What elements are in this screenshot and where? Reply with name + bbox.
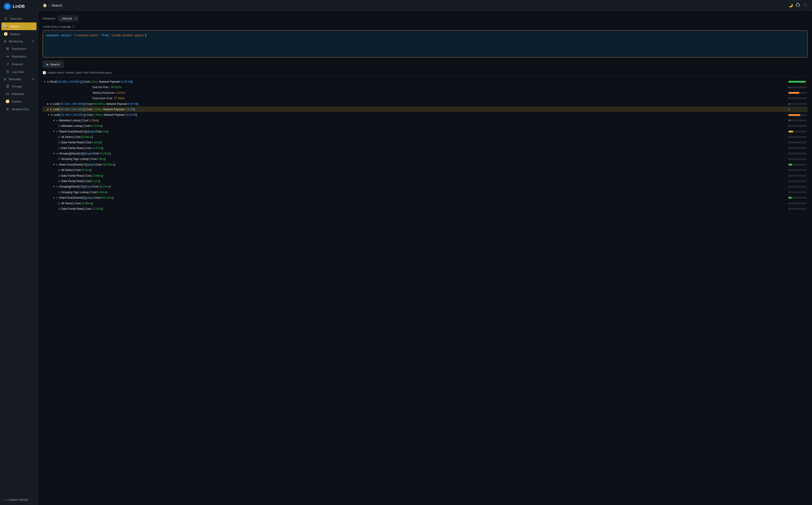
shard17-toggle[interactable]: ▼ xyxy=(52,163,55,167)
allseries1-icon: ⊙ xyxy=(58,135,60,139)
root-ip: 192.168.1.218:9001 xyxy=(57,79,81,84)
expr-bar xyxy=(787,98,807,99)
help-icon[interactable]: ? xyxy=(803,3,807,8)
sidebar-item-overview[interactable]: ⊡ Overview xyxy=(0,15,38,22)
datafamily4-icon: ⊙ xyxy=(58,179,60,183)
sidebar: 🌐 LinDB ⊡ Overview 🔍 Search 🧭 Explore 🖥 … xyxy=(0,0,38,505)
home-icon[interactable]: 🏠 xyxy=(42,3,47,7)
content-area: Database _internal default metrics LinDB… xyxy=(38,11,812,505)
sidebar-item-explore[interactable]: 🧭 Explore xyxy=(0,30,38,38)
query-lang-label: LinDB Query Language xyxy=(42,25,71,28)
query-string1: 'created_tasks' xyxy=(73,34,100,37)
sidebar-item-explore-label: Explore xyxy=(10,32,20,36)
sidebar-item-replication[interactable]: ⇔ Replication xyxy=(2,52,38,60)
sidebar-nav: ⊡ Overview 🔍 Search 🧭 Explore 🖥 Monitori… xyxy=(0,13,38,494)
expr-key: Expression Eval: xyxy=(93,96,113,101)
topbar-title: Search xyxy=(52,3,63,7)
dark-mode-icon[interactable]: 🌙 xyxy=(788,3,793,7)
tree-row-leaf1[interactable]: ▶ ⊞ Leaf[192.168.1.108:2891]: [ Cost: 66… xyxy=(42,101,807,107)
sidebar-item-storage[interactable]: 🗄 Storage xyxy=(2,82,38,90)
query-string2: 'lindb.broker.query' xyxy=(110,34,145,37)
topbar-left: 🏠 / Search xyxy=(42,3,62,7)
shard2-icon: ⇔ xyxy=(56,195,58,200)
tree-row-groupingtags-2: ⊙ Grouping Tags Lookup: [ Cost: 6.69mu ] xyxy=(42,190,807,195)
database-selector-row: Database _internal default metrics xyxy=(42,15,807,21)
tree-row-shard-17[interactable]: ▼ ⇔ Shard Scan[Shard(17)]: [ Async Cost:… xyxy=(42,162,807,167)
datafamily5-icon: ⊙ xyxy=(58,206,60,211)
tree-row-datafamily-1: ⊙ Data Family Read: [ Cost: 5.81mu ] xyxy=(42,140,807,145)
tree-row-grouping-17[interactable]: ▼ ⇔ Grouping[Shard(17)]: [ Async Cost: 2… xyxy=(42,184,807,189)
tree-row-shard-12[interactable]: ▼ ⇔ Shard Scan[Shard(12)]: [ Async Cost:… xyxy=(42,129,807,134)
tree-row-datafamily-2: ⊙ Data Family Read: [ Cost: 10.27mu ] xyxy=(42,145,807,151)
sidebar-item-explore-meta-label: Explore xyxy=(12,100,22,103)
sidebar-item-replication-label: Replication xyxy=(12,55,26,58)
app-name: LinDB xyxy=(13,4,25,9)
grouping12-icon: ⇔ xyxy=(56,151,58,156)
query-editor[interactable]: explain select 'created_tasks' from 'lin… xyxy=(42,30,807,57)
sidebar-item-request[interactable]: ↗ Request xyxy=(2,60,38,68)
sidebar-monitoring-label: Monitoring xyxy=(9,40,23,43)
metadata-toggle[interactable]: ▼ xyxy=(52,119,55,123)
shard2-toggle[interactable]: ▼ xyxy=(52,196,55,200)
logview-icon: ☰ xyxy=(5,70,9,74)
query-lang-row: LinDB Query Language ⓘ xyxy=(42,25,807,28)
search-button-label: Search xyxy=(50,63,60,66)
datafamily1-icon: ⊙ xyxy=(58,140,60,145)
topbar: 🏠 / Search 🌙 ? xyxy=(38,0,812,11)
leaf3-toggle[interactable]: ▼ xyxy=(47,113,50,117)
shard12-icon: ⇔ xyxy=(56,129,58,134)
database-select-wrapper: _internal default metrics xyxy=(58,15,79,21)
grouping12-toggle[interactable]: ▼ xyxy=(52,152,55,156)
tree-row-grouping-12[interactable]: ▼ ⇔ Grouping[Shard(12)]: [ Async Cost: 1… xyxy=(42,151,807,156)
root-toggle[interactable]: ▼ xyxy=(43,80,46,84)
query-lang-help-icon[interactable]: ⓘ xyxy=(72,25,75,28)
database-select[interactable]: _internal default metrics xyxy=(58,15,79,21)
chart-icon: 📈 xyxy=(42,71,46,74)
sidebar-item-dashboard[interactable]: ⊞ Dashboard xyxy=(2,45,38,52)
tree-row-root[interactable]: ▼ ⊞ Root[192.168.1.218:9001]: [ Cost: 3.… xyxy=(42,79,807,85)
sidebar-item-dashboard-label: Dashboard xyxy=(12,47,26,50)
collapse-sidebar-button[interactable]: ◁ Collapse Sidebar xyxy=(4,497,34,502)
metadata-submenu: 🗄 Storage 🗃 Database 🧭 Explore ⊛ Multipl… xyxy=(0,82,38,113)
search-button[interactable]: ▶ Search xyxy=(42,61,64,68)
execute-plan-val: 50.92mu xyxy=(111,85,121,90)
execute-plan-bar xyxy=(787,87,807,88)
shard12-toggle[interactable]: ▼ xyxy=(52,129,55,134)
logo-area: 🌐 LinDB xyxy=(0,0,38,13)
sidebar-item-multiple-idcs-label: Multiple IDCs xyxy=(12,108,29,111)
logo-icon: 🌐 xyxy=(4,3,11,10)
leaf1-icon: ⊞ xyxy=(50,102,52,106)
sidebar-item-search-label: Search xyxy=(10,25,19,28)
sidebar-item-search[interactable]: 🔍 Search xyxy=(1,22,36,30)
tree-row-metadata-lookup[interactable]: ▼ ⇔ Metadata Lookup: [ Cost: 1.23ms ] xyxy=(42,118,807,123)
tree-row-allseries-3: ⊙ All Series: [ Cost: 15.09mu ] xyxy=(42,201,807,206)
dashboard-icon: ⊞ xyxy=(5,47,9,51)
sidebar-item-database[interactable]: 🗃 Database xyxy=(2,90,38,98)
query-from: from xyxy=(101,34,110,37)
sidebar-item-logview-label: Log View xyxy=(12,70,24,73)
waiting-val: 3.07ms xyxy=(116,91,125,95)
execute-plan-key: Execute Plan : xyxy=(93,85,110,90)
metadata-icon-tree: ⇔ xyxy=(56,118,58,123)
grouping17-toggle[interactable]: ▼ xyxy=(52,185,55,189)
leaf2-toggle[interactable]: ▶ xyxy=(47,107,49,112)
tree-row-leaf2[interactable]: ▶ ⊞ Leaf[192.168.1.144:2891]: [ Cost: 1.… xyxy=(42,107,807,112)
allseries3-icon: ⊙ xyxy=(58,201,60,206)
github-icon[interactable] xyxy=(796,3,800,8)
play-icon: ▶ xyxy=(46,62,49,66)
sidebar-section-monitoring[interactable]: 🖥 Monitoring ▼ xyxy=(0,38,38,45)
sidebar-bottom: ◁ Collapse Sidebar xyxy=(0,494,38,505)
sidebar-item-logview[interactable]: ☰ Log View xyxy=(2,68,38,75)
tree-row-shard-2[interactable]: ▼ ⇔ Shard Scan[Shard(2)]: [ Async Cost: … xyxy=(42,195,807,200)
sidebar-section-metadata[interactable]: ⚙ Metadata ▼ xyxy=(0,75,38,82)
sidebar-item-multiple-idcs[interactable]: ⊛ Multiple IDCs xyxy=(2,105,38,113)
sidebar-item-overview-label: Overview xyxy=(10,17,22,20)
query-cursor xyxy=(145,34,146,37)
root-node-icon: ⊞ xyxy=(47,79,49,84)
leaf2-progress xyxy=(787,109,807,110)
collapse-icon: ◁ xyxy=(4,498,6,501)
leaf1-toggle[interactable]: ▶ xyxy=(47,102,49,106)
groupingtags2-icon: ⊙ xyxy=(58,190,60,194)
sidebar-item-explore-meta[interactable]: 🧭 Explore xyxy=(2,98,38,105)
tree-row-leaf3[interactable]: ▼ ⊞ Leaf[192.168.1.218:2891]: [ Cost: 1.… xyxy=(42,112,807,118)
